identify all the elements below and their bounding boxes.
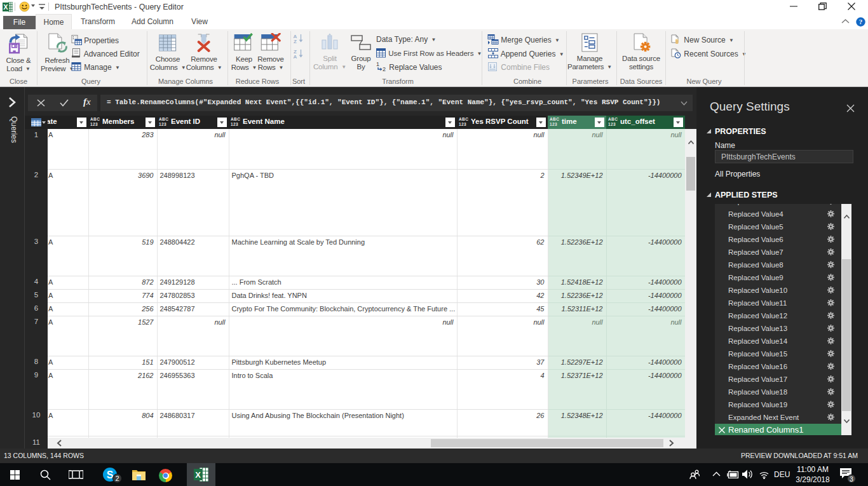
svg-text:A: A bbox=[294, 54, 297, 58]
svg-text:X: X bbox=[3, 3, 8, 11]
svg-text:2: 2 bbox=[383, 66, 386, 72]
svg-text:3: 3 bbox=[850, 475, 853, 483]
svg-text:X: X bbox=[195, 470, 201, 480]
svg-text:?: ? bbox=[859, 18, 863, 25]
svg-text:1: 1 bbox=[376, 62, 379, 67]
svg-text:Z: Z bbox=[294, 39, 297, 43]
svg-text:2: 2 bbox=[115, 475, 119, 482]
